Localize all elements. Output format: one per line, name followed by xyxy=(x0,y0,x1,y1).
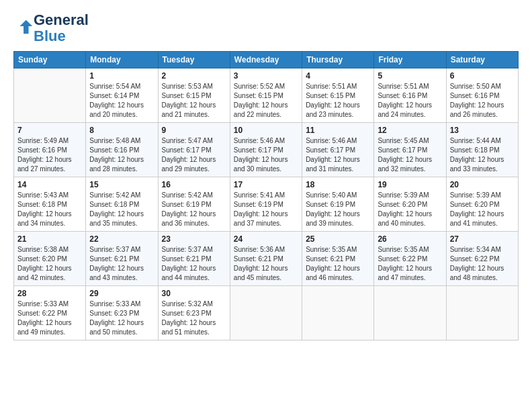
day-number: 9 xyxy=(162,126,226,135)
day-number: 2 xyxy=(162,71,226,81)
calendar-cell: 30Sunrise: 5:32 AM Sunset: 6:23 PM Dayli… xyxy=(158,286,230,340)
logo-icon xyxy=(15,17,34,36)
day-info: Sunrise: 5:36 AM Sunset: 6:21 PM Dayligh… xyxy=(234,245,298,283)
day-number: 22 xyxy=(89,234,154,244)
calendar-cell: 24Sunrise: 5:36 AM Sunset: 6:21 PM Dayli… xyxy=(230,232,302,286)
day-number: 4 xyxy=(306,71,370,81)
weekday-header-thursday: Thursday xyxy=(302,52,374,68)
day-number: 6 xyxy=(450,71,515,81)
day-info: Sunrise: 5:46 AM Sunset: 6:17 PM Dayligh… xyxy=(306,136,370,174)
day-number: 8 xyxy=(89,126,154,135)
day-info: Sunrise: 5:34 AM Sunset: 6:22 PM Dayligh… xyxy=(450,245,515,283)
day-info: Sunrise: 5:44 AM Sunset: 6:18 PM Dayligh… xyxy=(450,136,515,174)
day-info: Sunrise: 5:49 AM Sunset: 6:16 PM Dayligh… xyxy=(17,136,82,174)
day-info: Sunrise: 5:39 AM Sunset: 6:20 PM Dayligh… xyxy=(450,191,515,228)
calendar-cell: 28Sunrise: 5:33 AM Sunset: 6:22 PM Dayli… xyxy=(14,286,86,340)
day-info: Sunrise: 5:52 AM Sunset: 6:15 PM Dayligh… xyxy=(234,82,298,120)
calendar-cell: 4Sunrise: 5:51 AM Sunset: 6:15 PM Daylig… xyxy=(302,68,374,123)
day-info: Sunrise: 5:37 AM Sunset: 6:21 PM Dayligh… xyxy=(89,245,154,283)
day-info: Sunrise: 5:35 AM Sunset: 6:22 PM Dayligh… xyxy=(378,245,442,283)
day-info: Sunrise: 5:35 AM Sunset: 6:21 PM Dayligh… xyxy=(306,245,370,283)
day-number: 18 xyxy=(306,180,370,189)
calendar-cell: 25Sunrise: 5:35 AM Sunset: 6:21 PM Dayli… xyxy=(302,232,374,286)
calendar-cell: 11Sunrise: 5:46 AM Sunset: 6:17 PM Dayli… xyxy=(302,123,374,177)
logo-text: General Blue xyxy=(34,12,89,44)
calendar-cell: 23Sunrise: 5:37 AM Sunset: 6:21 PM Dayli… xyxy=(158,232,230,286)
week-row-2: 7Sunrise: 5:49 AM Sunset: 6:16 PM Daylig… xyxy=(14,123,519,177)
calendar-cell: 20Sunrise: 5:39 AM Sunset: 6:20 PM Dayli… xyxy=(446,177,518,232)
day-info: Sunrise: 5:54 AM Sunset: 6:14 PM Dayligh… xyxy=(89,82,154,120)
day-info: Sunrise: 5:38 AM Sunset: 6:20 PM Dayligh… xyxy=(17,245,82,283)
day-info: Sunrise: 5:47 AM Sunset: 6:17 PM Dayligh… xyxy=(162,136,226,174)
day-info: Sunrise: 5:50 AM Sunset: 6:16 PM Dayligh… xyxy=(450,82,515,120)
calendar-cell: 13Sunrise: 5:44 AM Sunset: 6:18 PM Dayli… xyxy=(446,123,518,177)
day-info: Sunrise: 5:53 AM Sunset: 6:15 PM Dayligh… xyxy=(162,82,226,120)
calendar-cell: 6Sunrise: 5:50 AM Sunset: 6:16 PM Daylig… xyxy=(446,68,518,123)
day-number: 23 xyxy=(162,234,226,244)
weekday-header-sunday: Sunday xyxy=(14,52,86,68)
day-info: Sunrise: 5:48 AM Sunset: 6:16 PM Dayligh… xyxy=(89,136,154,174)
calendar-cell xyxy=(14,68,86,123)
calendar-cell: 29Sunrise: 5:33 AM Sunset: 6:23 PM Dayli… xyxy=(86,286,158,340)
week-row-5: 28Sunrise: 5:33 AM Sunset: 6:22 PM Dayli… xyxy=(14,286,519,340)
day-number: 10 xyxy=(234,126,298,135)
calendar-table: SundayMondayTuesdayWednesdayThursdayFrid… xyxy=(13,51,519,340)
calendar-cell: 5Sunrise: 5:51 AM Sunset: 6:16 PM Daylig… xyxy=(374,68,446,123)
weekday-header-wednesday: Wednesday xyxy=(230,52,302,68)
calendar-cell: 2Sunrise: 5:53 AM Sunset: 6:15 PM Daylig… xyxy=(158,68,230,123)
week-row-4: 21Sunrise: 5:38 AM Sunset: 6:20 PM Dayli… xyxy=(14,232,519,286)
calendar-cell: 12Sunrise: 5:45 AM Sunset: 6:17 PM Dayli… xyxy=(374,123,446,177)
weekday-header-tuesday: Tuesday xyxy=(158,52,230,68)
day-number: 28 xyxy=(17,289,82,298)
weekday-header-row: SundayMondayTuesdayWednesdayThursdayFrid… xyxy=(14,52,519,68)
calendar-cell: 8Sunrise: 5:48 AM Sunset: 6:16 PM Daylig… xyxy=(86,123,158,177)
day-info: Sunrise: 5:32 AM Sunset: 6:23 PM Dayligh… xyxy=(162,300,226,337)
week-row-1: 1Sunrise: 5:54 AM Sunset: 6:14 PM Daylig… xyxy=(14,68,519,123)
day-info: Sunrise: 5:45 AM Sunset: 6:17 PM Dayligh… xyxy=(378,136,442,174)
day-info: Sunrise: 5:42 AM Sunset: 6:19 PM Dayligh… xyxy=(162,191,226,228)
calendar-cell: 18Sunrise: 5:40 AM Sunset: 6:19 PM Dayli… xyxy=(302,177,374,232)
day-number: 7 xyxy=(17,126,82,135)
day-info: Sunrise: 5:46 AM Sunset: 6:17 PM Dayligh… xyxy=(234,136,298,174)
calendar-cell: 15Sunrise: 5:42 AM Sunset: 6:18 PM Dayli… xyxy=(86,177,158,232)
day-number: 30 xyxy=(162,289,226,298)
week-row-3: 14Sunrise: 5:43 AM Sunset: 6:18 PM Dayli… xyxy=(14,177,519,232)
calendar-cell: 26Sunrise: 5:35 AM Sunset: 6:22 PM Dayli… xyxy=(374,232,446,286)
svg-marker-0 xyxy=(19,20,32,34)
day-info: Sunrise: 5:33 AM Sunset: 6:22 PM Dayligh… xyxy=(17,300,82,337)
day-number: 19 xyxy=(378,180,442,189)
day-number: 16 xyxy=(162,180,226,189)
calendar-cell: 10Sunrise: 5:46 AM Sunset: 6:17 PM Dayli… xyxy=(230,123,302,177)
weekday-header-saturday: Saturday xyxy=(446,52,518,68)
calendar-cell: 21Sunrise: 5:38 AM Sunset: 6:20 PM Dayli… xyxy=(14,232,86,286)
calendar-cell: 17Sunrise: 5:41 AM Sunset: 6:19 PM Dayli… xyxy=(230,177,302,232)
calendar-cell: 7Sunrise: 5:49 AM Sunset: 6:16 PM Daylig… xyxy=(14,123,86,177)
day-number: 15 xyxy=(89,180,154,189)
day-info: Sunrise: 5:33 AM Sunset: 6:23 PM Dayligh… xyxy=(89,300,154,337)
calendar-cell: 27Sunrise: 5:34 AM Sunset: 6:22 PM Dayli… xyxy=(446,232,518,286)
day-info: Sunrise: 5:42 AM Sunset: 6:18 PM Dayligh… xyxy=(89,191,154,228)
header: General Blue xyxy=(13,12,519,44)
day-number: 20 xyxy=(450,180,515,189)
logo: General Blue xyxy=(13,12,89,44)
day-number: 1 xyxy=(89,71,154,81)
day-number: 12 xyxy=(378,126,442,135)
day-info: Sunrise: 5:51 AM Sunset: 6:15 PM Dayligh… xyxy=(306,82,370,120)
weekday-header-friday: Friday xyxy=(374,52,446,68)
weekday-header-monday: Monday xyxy=(86,52,158,68)
day-info: Sunrise: 5:43 AM Sunset: 6:18 PM Dayligh… xyxy=(17,191,82,228)
calendar-cell: 22Sunrise: 5:37 AM Sunset: 6:21 PM Dayli… xyxy=(86,232,158,286)
day-number: 14 xyxy=(17,180,82,189)
day-number: 13 xyxy=(450,126,515,135)
day-number: 27 xyxy=(450,234,515,244)
day-info: Sunrise: 5:39 AM Sunset: 6:20 PM Dayligh… xyxy=(378,191,442,228)
day-number: 25 xyxy=(306,234,370,244)
calendar-cell: 1Sunrise: 5:54 AM Sunset: 6:14 PM Daylig… xyxy=(86,68,158,123)
day-number: 29 xyxy=(89,289,154,298)
day-number: 3 xyxy=(234,71,298,81)
calendar-cell xyxy=(230,286,302,340)
calendar-cell: 19Sunrise: 5:39 AM Sunset: 6:20 PM Dayli… xyxy=(374,177,446,232)
calendar-cell xyxy=(446,286,518,340)
calendar-cell: 3Sunrise: 5:52 AM Sunset: 6:15 PM Daylig… xyxy=(230,68,302,123)
day-info: Sunrise: 5:51 AM Sunset: 6:16 PM Dayligh… xyxy=(378,82,442,120)
